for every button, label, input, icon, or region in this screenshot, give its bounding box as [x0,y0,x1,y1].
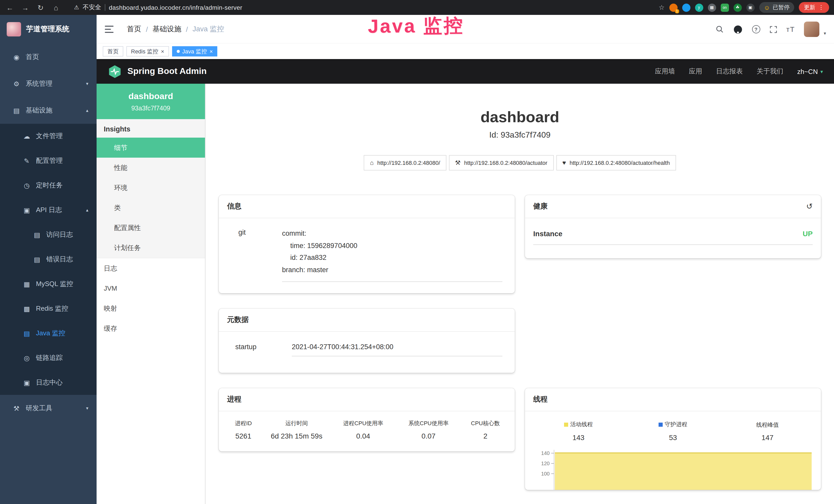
switch-on-extension-icon[interactable]: on [721,3,729,12]
leaf-extension-icon[interactable]: ☘ [733,3,742,12]
user-avatar[interactable] [804,22,820,37]
sba-item-details[interactable]: 细节 [96,138,205,158]
update-button[interactable]: 更新 ⋮ [799,2,829,13]
blocks-extension-icon[interactable]: ▦ [708,3,716,12]
help-icon[interactable]: ? [752,25,760,33]
app-logo[interactable]: 芋道管理系统 [0,15,96,44]
github-icon[interactable] [733,24,743,34]
y-tick-label: 140 [541,450,550,456]
back-icon[interactable]: ← [5,3,14,12]
sidebar-item-error-logs[interactable]: ▤ 错误日志 [0,247,96,272]
forward-icon[interactable]: → [21,3,30,12]
chevron-down-icon: ▾ [820,69,823,74]
sba-brand-title[interactable]: Spring Boot Admin [127,66,207,76]
sidebar-item-mysql-monitor[interactable]: ▦ MySQL 监控 [0,272,96,296]
chevron-up-icon: ▴ [86,207,88,212]
sidebar-item-dev-tools[interactable]: ⚒ 研发工具 ▾ [0,395,96,421]
extension-glyph: ▣ [748,5,752,10]
fox-extension-icon[interactable]: 1 [669,3,677,12]
metadata-card: 元数据 startup 2021-04-27T00:44:31.254+08:0… [219,308,515,372]
tab-home[interactable]: 首页 [103,46,123,56]
sidebar-item-label: 基础设施 [26,106,52,115]
breadcrumb-separator: / [146,25,148,33]
process-col-value: 0.07 [396,432,461,440]
sba-nav-applications[interactable]: 应用 [689,67,702,76]
sba-item-jvm[interactable]: JVM [96,278,205,298]
screen: ← → ↻ ⌂ ⚠ 不安全 dashboard.yudao.iocoder.cn… [0,0,834,504]
tab-java-monitor[interactable]: Java 监控 × [172,46,217,56]
y-tick-label: 100 [541,471,550,476]
sba-item-logs[interactable]: 日志 [96,258,205,278]
sidebar-item-redis-monitor[interactable]: ▩ Redis 监控 [0,296,96,321]
breadcrumb-item[interactable]: 基础设施 [153,25,181,34]
sidebar-item-log-center[interactable]: ▣ 日志中心 [0,370,96,395]
extension-badge: 1 [675,9,679,13]
cloud-icon: ☁ [23,132,31,140]
sba-item-environment[interactable]: 环境 [96,178,205,198]
home-icon[interactable]: ⌂ [51,3,61,12]
card-title: 元数据 [227,315,249,324]
process-col-value: 5261 [224,432,263,440]
actuator-link[interactable]: ⚒ http://192.168.0.2:48080/actuator [449,155,554,170]
sidebar-item-scheduled-jobs[interactable]: ◷ 定时任务 [0,173,96,198]
sba-item-caches[interactable]: 缓存 [96,318,205,338]
sba-item-scheduled-tasks[interactable]: 计划任务 [96,238,205,258]
link-url: http://192.168.0.2:48080/actuator [464,160,547,166]
drop-extension-icon[interactable] [682,3,690,12]
hamburger-icon[interactable] [105,26,113,33]
fullscreen-icon[interactable] [769,25,777,33]
smiley-avatar-icon: ☺ [764,4,770,11]
bookmark-star-icon[interactable]: ☆ [659,4,664,11]
sba-main: dashboard Id: 93a3fc7f7409 ⌂ http://192.… [205,84,834,504]
app-title: 芋道管理系统 [26,25,69,34]
home-link[interactable]: ⌂ http://192.168.0.2:48080/ [364,155,446,170]
avatar-caret-icon[interactable]: ▾ [824,31,826,36]
close-tab-icon[interactable]: × [210,48,213,54]
sidebar-item-access-logs[interactable]: ▤ 访问日志 [0,222,96,247]
sba-item-classes[interactable]: 类 [96,198,205,218]
browser-menu-icon[interactable]: ⋮ [818,4,824,11]
sidebar-item-label: 定时任务 [36,181,63,190]
locale-selector[interactable]: zh~CN ▾ [797,68,823,75]
spring-boot-admin-logo [108,65,122,78]
chevron-down-icon: ▾ [86,81,88,86]
sidebar-item-home[interactable]: ◉ 首页 [0,44,96,70]
history-icon[interactable]: ↺ [806,202,813,211]
y-extension-icon[interactable]: y [695,3,703,12]
browser-chrome: ← → ↻ ⌂ ⚠ 不安全 dashboard.yudao.iocoder.cn… [0,0,834,15]
profile-paused-badge[interactable]: ☺ 已暂停 [759,2,794,13]
legend-value: 143 [531,433,626,441]
sba-nav-wallboard[interactable]: 应用墙 [655,67,675,76]
search-icon[interactable] [715,25,724,33]
extension-glyph: ▦ [710,5,714,10]
sba-item-metrics[interactable]: 性能 [96,158,205,178]
card-title: 健康 [533,202,548,211]
process-col-header: 进程CPU使用率 [331,419,396,427]
info-key: git [238,228,282,282]
sidebar-item-infrastructure[interactable]: ▤ 基础设施 ▴ [0,97,96,124]
sba-nav-about[interactable]: 关于我们 [757,67,784,76]
reload-icon[interactable]: ↻ [36,3,45,12]
sidebar-item-config-mgmt[interactable]: ✎ 配置管理 [0,148,96,173]
sidebar-item-api-logs[interactable]: ▣ API 日志 ▴ [0,198,96,222]
log-center-icon: ▣ [23,379,31,386]
chevron-down-icon: ▾ [86,406,88,411]
instance-header[interactable]: dashboard 93a3fc7f7409 [96,84,205,119]
sidebar-item-file-mgmt[interactable]: ☁ 文件管理 [0,124,96,148]
sidebar-item-system-mgmt[interactable]: ⚙ 系统管理 ▾ [0,70,96,97]
api-log-icon: ▣ [23,206,31,214]
health-link[interactable]: ♥ http://192.168.0.2:48080/actuator/heal… [556,155,676,170]
sba-item-config-props[interactable]: 配置属性 [96,218,205,238]
active-tab-dot [176,50,179,53]
close-tab-icon[interactable]: × [161,48,164,54]
breadcrumb-item[interactable]: 首页 [127,25,141,34]
sba-item-mappings[interactable]: 映射 [96,298,205,318]
sidebar-item-java-monitor[interactable]: ▤ Java 监控 [0,321,96,346]
sba-nav-journal[interactable]: 日志报表 [716,67,743,76]
puzzle-extension-icon[interactable]: ▣ [746,3,754,12]
font-size-icon[interactable]: тT [786,25,795,33]
sidebar-item-trace[interactable]: ◎ 链路追踪 [0,346,96,370]
address-bar[interactable]: ⚠ 不安全 dashboard.yudao.iocoder.cn/infra/a… [74,3,242,12]
tab-redis-monitor[interactable]: Redis 监控 × [126,46,169,56]
process-col-header: 系统CPU使用率 [396,419,461,427]
